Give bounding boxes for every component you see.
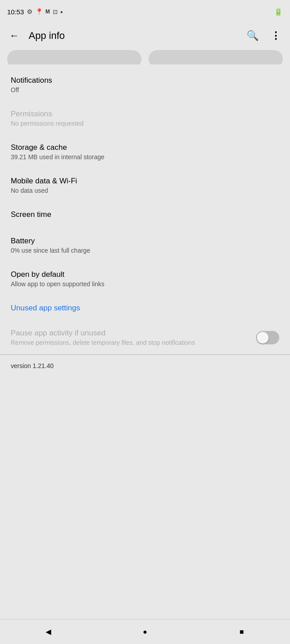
top-buttons-area (0, 50, 290, 64)
battery-icon: 🔋 (274, 8, 283, 16)
nav-back-icon: ◀ (46, 627, 51, 636)
pause-app-activity-item: Pause app activity if unused Remove perm… (0, 321, 290, 354)
permissions-title: Permissions (11, 110, 279, 119)
battery-item[interactable]: Battery 0% use since last full charge (0, 229, 290, 262)
pause-app-toggle[interactable] (256, 331, 279, 344)
mobile-data-item[interactable]: Mobile data & Wi-Fi No data used (0, 169, 290, 202)
nav-recent-button[interactable]: ■ (228, 623, 255, 641)
action-button-1[interactable] (7, 50, 141, 64)
nav-home-button[interactable]: ● (132, 623, 158, 641)
nav-bar: ◀ ● ■ (0, 619, 290, 644)
mobile-data-subtitle: No data used (11, 187, 279, 194)
content-area: Notifications Off Permissions No permiss… (0, 50, 290, 619)
status-time: 10:53 (7, 8, 24, 16)
nav-home-icon: ● (143, 628, 147, 636)
search-icon: 🔍 (247, 30, 259, 42)
gear-status-icon: ⚙ (27, 8, 33, 15)
battery-title: Battery (11, 237, 279, 246)
screen-time-item[interactable]: Screen time (0, 202, 290, 229)
permissions-subtitle: No permissions requested (11, 120, 279, 127)
notifications-title: Notifications (11, 76, 279, 85)
dot-status-icon: ● (60, 9, 63, 14)
open-by-default-item[interactable]: Open by default Allow app to open suppor… (0, 262, 290, 296)
nav-recent-icon: ■ (239, 628, 244, 636)
pause-app-activity-row: Pause app activity if unused Remove perm… (11, 329, 279, 346)
toggle-knob (257, 332, 269, 343)
storage-cache-item[interactable]: Storage & cache 39.21 MB used in interna… (0, 135, 290, 169)
nav-back-button[interactable]: ◀ (35, 623, 62, 641)
page-title: App info (25, 30, 242, 42)
search-button[interactable]: 🔍 (242, 25, 263, 47)
more-vertical-icon: ⋮ (271, 30, 281, 42)
status-bar-right: 🔋 (274, 8, 283, 16)
back-arrow-icon: ← (9, 30, 19, 42)
pause-app-text: Pause app activity if unused Remove perm… (11, 329, 256, 346)
permissions-item[interactable]: Permissions No permissions requested (0, 102, 290, 135)
version-label: version 1.21.40 (0, 355, 290, 377)
location-status-icon: 📍 (35, 8, 43, 15)
motorola-status-icon: M (46, 8, 50, 15)
screen-time-title: Screen time (11, 210, 279, 219)
status-bar: 10:53 ⚙ 📍 M ⊡ ● 🔋 (0, 0, 290, 21)
pause-app-subtitle: Remove permissions, delete temporary fil… (11, 339, 249, 346)
notifications-item[interactable]: Notifications Off (0, 68, 290, 102)
battery-subtitle: 0% use since last full charge (11, 247, 279, 254)
screenshot-status-icon: ⊡ (53, 8, 58, 15)
app-bar-actions: 🔍 ⋮ (242, 25, 286, 47)
open-by-default-subtitle: Allow app to open supported links (11, 280, 279, 288)
app-bar: ← App info 🔍 ⋮ (0, 21, 290, 50)
status-bar-left: 10:53 ⚙ 📍 M ⊡ ● (7, 8, 63, 16)
storage-subtitle: 39.21 MB used in internal storage (11, 153, 279, 161)
more-options-button[interactable]: ⋮ (265, 25, 286, 47)
unused-app-settings-link[interactable]: Unused app settings (0, 296, 290, 321)
action-button-2[interactable] (149, 50, 283, 64)
back-button[interactable]: ← (4, 25, 25, 47)
mobile-data-title: Mobile data & Wi-Fi (11, 177, 279, 186)
notifications-subtitle: Off (11, 86, 279, 93)
pause-app-title: Pause app activity if unused (11, 329, 249, 338)
storage-title: Storage & cache (11, 143, 279, 152)
open-by-default-title: Open by default (11, 270, 279, 279)
